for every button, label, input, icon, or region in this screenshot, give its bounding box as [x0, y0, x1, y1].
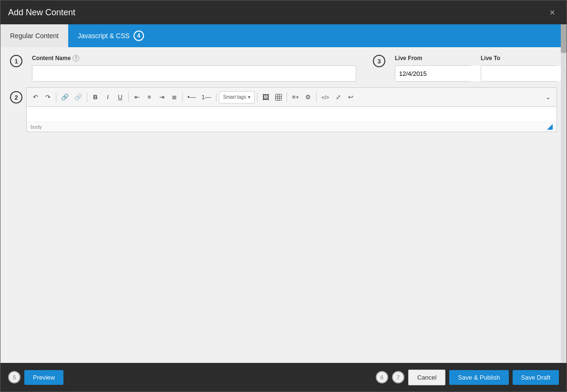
close-button[interactable]: × [546, 5, 559, 20]
live-from-group: Live From 📅 [395, 55, 471, 82]
tab-js-css[interactable]: Javascript & CSS 4 [68, 24, 154, 47]
editor-toolbar: ↶ ↷ 🔗 🔗 B I U ⇤ ≡ ⇥ ≣ [27, 88, 557, 107]
editor-tag: body [31, 124, 42, 130]
align-left-button[interactable]: ⇤ [131, 91, 143, 103]
fullscreen-button[interactable]: ⤢ [332, 91, 344, 103]
modal-footer: 5 Preview 6 7 Cancel Save & Publish Save… [0, 363, 567, 392]
footer-left: 5 Preview [8, 370, 63, 385]
step-7-circle: 7 [392, 371, 404, 383]
more-button[interactable]: ⌄ [542, 91, 554, 103]
unlink-button[interactable]: 🔗 [72, 91, 84, 103]
step-2-circle: 2 [10, 91, 22, 103]
divider-3 [128, 93, 129, 102]
step-6-circle: 6 [376, 371, 388, 383]
justify-button[interactable]: ≣ [168, 91, 180, 103]
unordered-list-button[interactable]: •— [185, 91, 198, 103]
divider-6 [257, 93, 258, 102]
live-from-input-wrapper: 📅 [395, 65, 471, 82]
table-button[interactable] [273, 91, 284, 103]
tab-regular-content[interactable]: Regular Content [0, 24, 68, 47]
scrollbar-thumb[interactable] [561, 24, 567, 53]
svg-rect-0 [276, 94, 282, 100]
align-right-button[interactable]: ⇥ [156, 91, 167, 103]
bottom-labels-row: 5 [0, 347, 567, 363]
tab-js-badge: 4 [134, 31, 144, 41]
save-draft-button[interactable]: Save Draft [513, 370, 559, 385]
image-button[interactable]: 🖼 [260, 91, 272, 103]
live-to-label: Live To [481, 55, 557, 62]
divider-7 [287, 93, 287, 102]
link-button[interactable]: 🔗 [59, 91, 71, 103]
italic-button[interactable]: I [102, 91, 113, 103]
fields-row: 1 Content Name ? 3 Live From 📅 [0, 47, 567, 87]
modal-title: Add New Content [8, 8, 75, 18]
footer-right: 6 7 Cancel Save & Publish Save Draft [376, 370, 559, 385]
content-name-input[interactable] [32, 65, 356, 82]
modal: Add New Content × Regular Content Javasc… [0, 0, 567, 392]
editor-body[interactable] [27, 107, 557, 122]
divider-4 [182, 93, 183, 102]
editor-footer: body [27, 122, 557, 132]
divider-5 [216, 93, 216, 102]
live-from-label: Live From [395, 55, 471, 62]
settings-button[interactable]: ⚙ [302, 91, 314, 103]
live-to-group: Live To 📅 [481, 55, 557, 82]
undo-button[interactable]: ↶ [30, 91, 41, 103]
insert-button[interactable]: ≡+ [289, 91, 301, 103]
divider-1 [56, 93, 56, 102]
undo3-button[interactable]: ↩ [345, 91, 356, 103]
underline-button[interactable]: U [114, 91, 126, 103]
step-1-circle: 1 [10, 55, 22, 67]
scrollbar-track [561, 24, 567, 363]
tab-js-label: Javascript & CSS [78, 32, 130, 40]
live-from-input[interactable] [395, 66, 483, 81]
save-publish-button[interactable]: Save & Publish [449, 370, 508, 385]
step-3-circle: 3 [373, 55, 385, 67]
live-to-input[interactable] [481, 66, 567, 81]
content-name-label: Content Name ? [32, 55, 363, 62]
smart-tags-label: Smart tags [223, 94, 246, 100]
live-to-input-wrapper: 📅 [481, 65, 557, 82]
step-5-circle: 5 [8, 371, 21, 383]
code-button[interactable]: </> [319, 91, 331, 103]
divider-2 [87, 93, 87, 102]
redo-button[interactable]: ↷ [42, 91, 53, 103]
tab-regular-label: Regular Content [10, 32, 59, 40]
ordered-list-button[interactable]: 1— [199, 91, 214, 103]
smart-tags-dropdown[interactable]: Smart tags ▾ [219, 91, 255, 103]
cancel-button[interactable]: Cancel [408, 370, 445, 385]
divider-8 [316, 93, 317, 102]
tabs-bar: Regular Content Javascript & CSS 4 [0, 24, 567, 47]
preview-button[interactable]: Preview [24, 370, 63, 385]
modal-header: Add New Content × [0, 0, 567, 24]
resize-handle[interactable] [547, 124, 553, 130]
editor-container: ↶ ↷ 🔗 🔗 B I U ⇤ ≡ ⇥ ≣ [26, 87, 557, 132]
content-name-group: Content Name ? [32, 55, 363, 82]
content-area: 1 Content Name ? 3 Live From 📅 [0, 47, 567, 363]
bold-button[interactable]: B [90, 91, 101, 103]
align-center-button[interactable]: ≡ [144, 91, 155, 103]
smart-tags-arrow: ▾ [248, 94, 250, 100]
content-name-info-icon[interactable]: ? [72, 55, 79, 62]
